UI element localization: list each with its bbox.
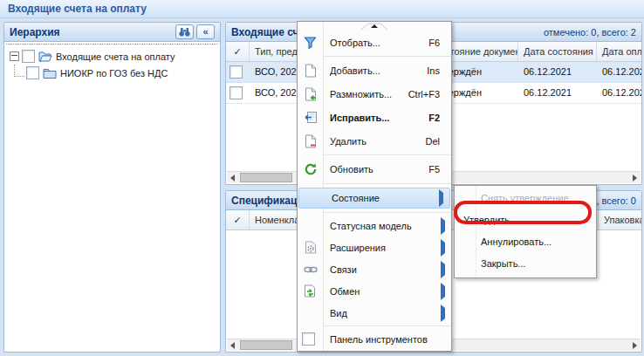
submenu-arrow-icon — [441, 243, 451, 253]
menu-item-view[interactable]: Вид — [298, 302, 451, 324]
scroll-up-arrow-icon — [354, 23, 394, 31]
cell-state-date: 06.12.2021 — [518, 62, 597, 82]
scrollbar-thumb[interactable] — [240, 173, 292, 182]
menu-item-delete[interactable]: Удалить Del — [298, 129, 451, 153]
scroll-down-arrow-icon — [354, 351, 394, 353]
submenu-item-annul[interactable]: Аннулировать... — [455, 231, 596, 253]
tree-item-root[interactable]: Входящие счета на оплату — [6, 48, 218, 65]
cell-state-date: 06.12.2021 — [518, 83, 597, 103]
links-icon — [298, 265, 323, 274]
menu-item-edit[interactable]: Исправить... F2 — [298, 106, 451, 129]
menu-item-exchange[interactable]: Обмен — [298, 280, 451, 302]
hierarchy-panel-title: Иерархия — [10, 26, 60, 38]
checkbox[interactable] — [302, 332, 315, 346]
cell-pay-date: 06.12.2021 — [597, 83, 641, 103]
menu-item-toolbar[interactable]: Панель инструментов — [298, 328, 451, 350]
binoculars-icon — [179, 28, 190, 37]
invoices-counter: отмечено: 0, всего: 2 — [544, 27, 636, 38]
menu-scroll-down-button[interactable] — [298, 350, 451, 352]
refresh-icon — [298, 162, 323, 176]
search-button[interactable] — [175, 24, 194, 39]
collapse-toggle-icon[interactable] — [10, 51, 19, 61]
cell-pay-date: 06.12.2021 — [597, 62, 641, 82]
edit-icon — [298, 111, 323, 124]
checkbox[interactable] — [230, 65, 243, 79]
menu-scroll-up-button[interactable] — [298, 22, 451, 31]
page-title: Входящие счета на оплату — [0, 0, 644, 18]
column-pay-date[interactable]: Дата оплаты — [597, 42, 641, 61]
menu-item-add[interactable]: Добавить... Ins — [298, 58, 451, 82]
menu-item-extensions[interactable]: Расширения — [298, 236, 451, 258]
extensions-icon — [298, 241, 323, 254]
submenu-item-unapprove: Снять утверждение... — [455, 188, 596, 209]
menu-item-refresh[interactable]: Обновить F5 — [298, 157, 451, 181]
open-folder-icon — [38, 51, 52, 62]
duplicate-page-icon — [298, 87, 323, 101]
delete-page-icon — [298, 134, 323, 148]
column-check[interactable]: ✓ — [226, 210, 250, 229]
hierarchy-panel: Иерархия « — [3, 22, 221, 353]
submenu-arrow-icon — [441, 308, 451, 318]
filter-icon — [298, 36, 323, 49]
menu-item-links[interactable]: Связи — [298, 258, 451, 280]
scroll-left-button[interactable] — [227, 339, 238, 351]
submenu-arrow-icon — [439, 193, 449, 203]
submenu-item-close[interactable]: Закрыть... — [455, 253, 596, 275]
scroll-left-button[interactable] — [227, 172, 238, 183]
tree-item-label: Входящие счета на оплату — [56, 51, 175, 62]
menu-item-filter[interactable]: Отобрать... F6 — [298, 31, 451, 54]
scrollbar-thumb[interactable] — [240, 340, 292, 350]
submenu-item-approve[interactable]: Утвердить... — [455, 209, 596, 231]
hierarchy-tree: Входящие счета на оплату НИОКР по ГОЗ бе… — [6, 44, 218, 81]
state-submenu: Снять утверждение... Утвердить... Аннули… — [454, 185, 597, 278]
add-page-icon — [298, 64, 323, 78]
exchange-icon — [298, 284, 323, 298]
submenu-arrow-icon — [441, 264, 451, 275]
tree-item-label: НИОКР по ГОЗ без НДС — [60, 68, 168, 79]
submenu-arrow-icon — [441, 221, 451, 231]
scroll-right-button[interactable] — [629, 172, 641, 183]
app-window: Входящие счета на оплату Иерархия « — [0, 0, 644, 356]
chevron-left-icon: « — [202, 27, 208, 37]
checkbox[interactable] — [22, 50, 35, 63]
column-state-date[interactable]: Дата состояния — [518, 42, 597, 61]
menu-item-duplicate[interactable]: Размножить... Ctrl+F3 — [298, 82, 451, 106]
tree-connector — [14, 65, 24, 77]
column-check[interactable]: ✓ — [226, 42, 250, 61]
submenu-arrow-icon — [441, 286, 451, 297]
checkbox[interactable] — [230, 86, 243, 99]
collapse-panel-button[interactable]: « — [196, 24, 215, 39]
context-menu: Отобрать... F6 Добавить... Ins Размножит… — [297, 21, 452, 352]
column-packaging[interactable]: Упаковка — [599, 210, 641, 229]
menu-item-status-model[interactable]: Статусная модель — [298, 215, 451, 236]
folder-icon — [43, 67, 57, 79]
menu-item-state[interactable]: Состояние — [298, 188, 450, 209]
tree-item-child[interactable]: НИОКР по ГОЗ без НДС — [6, 65, 218, 81]
checkbox[interactable] — [26, 66, 39, 79]
scroll-right-button[interactable] — [629, 339, 641, 351]
